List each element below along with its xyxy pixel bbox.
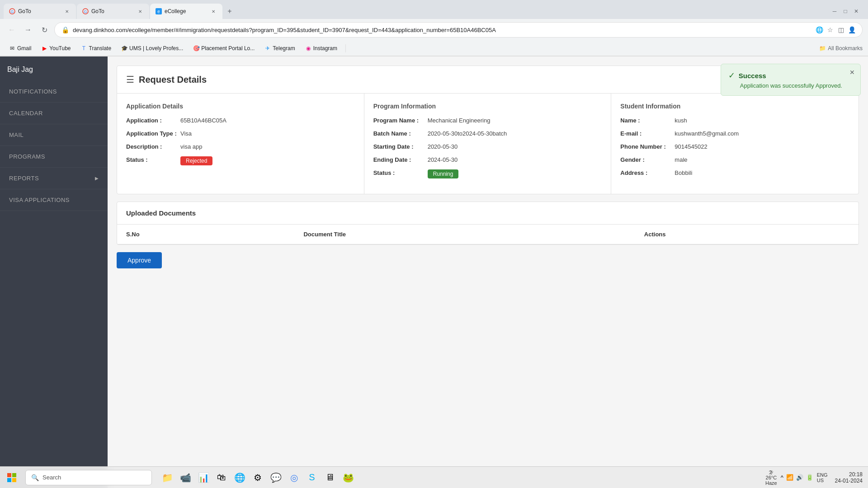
phone-row: Phone Number : 9014545022	[620, 143, 849, 150]
bookmark-instagram-label: Instagram	[313, 45, 337, 52]
sidebar-item-reports[interactable]: REPORTS ▶	[0, 168, 108, 189]
back-button[interactable]: ←	[5, 23, 18, 36]
batch-name-value: 2020-05-30to2024-05-30batch	[428, 130, 602, 137]
taskbar-weather-icon: 🌫	[769, 469, 774, 475]
sidebar-item-visa-applications[interactable]: VISA APPLICATIONS	[0, 189, 108, 211]
taskbar-file-explorer[interactable]: 📁	[159, 469, 175, 486]
tab-goto-2[interactable]: G GoTo ✕	[77, 4, 149, 19]
approve-button[interactable]: Approve	[117, 252, 162, 268]
bookmark-star-icon[interactable]: ☆	[826, 26, 834, 34]
browser-chrome: G GoTo ✕ G GoTo ✕ e eCollege ✕ + ─ □ ✕ ←	[0, 0, 868, 56]
student-info-title: Student Information	[620, 103, 849, 110]
tab-favicon-ecollege: e	[156, 8, 162, 14]
taskbar-network-icon[interactable]: 📶	[786, 474, 793, 481]
taskbar-microsoft-store[interactable]: 🛍	[213, 469, 230, 486]
all-bookmarks-icon: 📁	[819, 45, 826, 52]
program-status-badge: Running	[428, 169, 459, 178]
gmail-favicon: ✉	[9, 45, 15, 52]
taskbar-skype[interactable]: S	[304, 469, 320, 486]
taskbar-widgets[interactable]: 📊	[195, 469, 212, 486]
program-name-label: Program Name :	[373, 117, 428, 124]
student-name-row: Name : kush	[620, 117, 849, 124]
tab-title-goto-1: GoTo	[18, 8, 61, 14]
youtube-favicon: ▶	[41, 45, 47, 52]
svg-rect-6	[7, 473, 11, 477]
taskbar-settings[interactable]: ⚙	[250, 469, 266, 486]
maximize-button[interactable]: □	[841, 7, 850, 16]
window-controls: ─ □ ✕	[830, 7, 864, 16]
taskbar-extra-app[interactable]: 🐸	[340, 469, 356, 486]
bookmark-ums[interactable]: 🎓 UMS | Lovely Profes...	[118, 44, 187, 53]
phone-value: 9014545022	[675, 143, 849, 150]
uploaded-documents-header: Uploaded Documents	[117, 202, 859, 225]
taskbar-video-app[interactable]: 📹	[177, 469, 193, 486]
bookmark-placement-label: Placement Portal Lo...	[201, 45, 255, 52]
taskbar-volume-icon[interactable]: 🔊	[796, 474, 803, 481]
taskbar-apps: 📁 📹 📊 🛍 🌐 ⚙ 💬 ◎ S 🖥 🐸	[159, 469, 356, 486]
all-bookmarks-button[interactable]: 📁 All Bookmarks	[819, 45, 863, 52]
address-row: Address : Bobbili	[620, 169, 849, 176]
description-row: Description : visa app	[126, 143, 355, 150]
col-sno: S.No	[117, 225, 294, 244]
sidebar-toggle-icon[interactable]: ◫	[837, 26, 845, 34]
tab-title-goto-2: GoTo	[91, 8, 134, 14]
sidebar-item-notifications[interactable]: NOTIFICATIONS	[0, 81, 108, 103]
student-name-label: Name :	[620, 117, 675, 124]
translate-icon[interactable]: 🌐	[815, 26, 823, 34]
new-tab-button[interactable]: +	[223, 5, 236, 18]
address-bar[interactable]: 🔒 devang.dinkhoo.com/ecollege/member/#/i…	[54, 22, 863, 38]
tab-close-ecollege[interactable]: ✕	[210, 8, 217, 15]
page-title: Request Details	[139, 75, 207, 85]
taskbar-chrome[interactable]: ◎	[286, 469, 302, 486]
email-row: E-mail : kushwanth5@gmail.com	[620, 130, 849, 137]
table-header-row: S.No Document Title Actions	[117, 225, 859, 244]
taskbar-time[interactable]: 20:18 24-01-2024	[835, 471, 863, 484]
bookmark-telegram[interactable]: ✈ Telegram	[261, 44, 298, 53]
sidebar-item-reports-label: REPORTS	[9, 175, 39, 182]
sidebar-item-programs[interactable]: PROGRAMS	[0, 146, 108, 168]
starting-date-label: Starting Date :	[373, 143, 428, 150]
taskbar-chevron-up-icon[interactable]: ^	[781, 474, 783, 481]
documents-table: S.No Document Title Actions	[117, 225, 859, 244]
bookmark-translate[interactable]: T Translate	[77, 44, 115, 53]
application-details-section: Application Details Application : 65B10A…	[117, 94, 364, 194]
taskbar-remote[interactable]: 🖥	[322, 469, 338, 486]
telegram-favicon: ✈	[264, 45, 271, 52]
reload-button[interactable]: ↻	[38, 23, 51, 36]
minimize-button[interactable]: ─	[830, 7, 839, 16]
taskbar-edge[interactable]: 🌐	[231, 469, 248, 486]
toast-message: Application was successfully Approved.	[740, 82, 842, 89]
tab-close-goto-2[interactable]: ✕	[137, 8, 144, 15]
close-window-button[interactable]: ✕	[852, 7, 861, 16]
sidebar-item-mail[interactable]: MAIL	[0, 124, 108, 146]
tab-goto-1[interactable]: G GoTo ✕	[4, 4, 76, 19]
taskbar-whatsapp[interactable]: 💬	[268, 469, 284, 486]
bookmarks-bar: ✉ Gmail ▶ YouTube T Translate 🎓 UMS | Lo…	[0, 41, 868, 56]
svg-rect-9	[12, 478, 16, 482]
bookmark-placement[interactable]: 🎯 Placement Portal Lo...	[189, 44, 258, 53]
address-text[interactable]: devang.dinkhoo.com/ecollege/member/#/imm…	[73, 27, 811, 33]
start-button[interactable]	[2, 468, 22, 488]
tab-close-goto-1[interactable]: ✕	[63, 8, 71, 15]
col-actions: Actions	[635, 225, 859, 244]
bookmark-youtube[interactable]: ▶ YouTube	[38, 44, 74, 53]
sidebar-item-calendar-label: CALENDAR	[9, 110, 43, 117]
taskbar-battery-icon[interactable]: 🔋	[806, 474, 813, 481]
forward-button[interactable]: →	[22, 23, 34, 36]
svg-text:G: G	[10, 9, 14, 14]
toast-header: ✓ Success	[728, 70, 842, 80]
student-name-value: kush	[675, 117, 849, 124]
taskbar-search-box[interactable]: 🔍 Search	[25, 470, 152, 485]
sidebar-item-calendar[interactable]: CALENDAR	[0, 103, 108, 124]
profile-icon[interactable]: 👤	[848, 26, 856, 34]
bookmark-gmail[interactable]: ✉ Gmail	[5, 44, 35, 53]
sidebar-item-mail-label: MAIL	[9, 131, 24, 138]
starting-date-value: 2020-05-30	[428, 143, 602, 150]
bookmarks-divider	[345, 44, 346, 52]
bookmark-instagram[interactable]: ◉ Instagram	[302, 44, 341, 53]
toast-close-button[interactable]: ✕	[849, 69, 855, 76]
toast-check-icon: ✓	[728, 70, 735, 80]
tab-ecollege[interactable]: e eCollege ✕	[150, 4, 222, 19]
taskbar-language: ENGUS	[817, 472, 828, 483]
bookmark-ums-label: UMS | Lovely Profes...	[129, 45, 183, 52]
